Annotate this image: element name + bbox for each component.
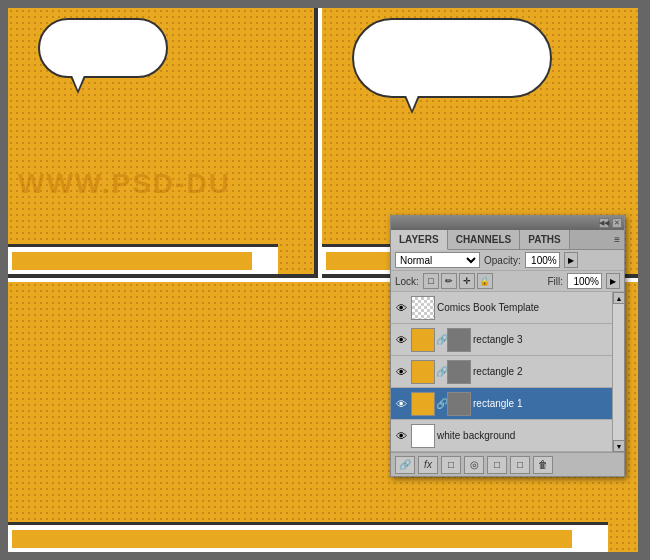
lock-row: Lock: □ ✏ ✛ 🔒 Fill: ▶ <box>391 271 624 292</box>
yellow-stripe-bottom <box>12 530 572 548</box>
layer-item[interactable]: 👁 white background <box>391 420 624 452</box>
layer-thumb-group-rect1: 🔗 <box>411 392 471 416</box>
layer-list-container: 👁 Comics Book Template 👁 🔗 rectangle 3 <box>391 292 624 452</box>
layer-visibility-rect3[interactable]: 👁 <box>393 332 409 348</box>
layer-link-rect2: 🔗 <box>436 366 446 377</box>
layer-name-white: white background <box>437 430 622 441</box>
tab-layers[interactable]: LAYERS <box>391 230 448 250</box>
canvas-area: WWW.PSD-DU ◀◀ ✕ LAYERS CHANNELS PATHS ≡ <box>0 0 650 560</box>
adjustment-btn[interactable]: ◎ <box>464 456 484 474</box>
tab-paths[interactable]: PATHS <box>520 230 569 249</box>
layer-mask-rect2 <box>447 360 471 384</box>
layer-thumb-group-rect2: 🔗 <box>411 360 471 384</box>
scroll-track <box>613 304 624 440</box>
layer-visibility-white[interactable]: 👁 <box>393 428 409 444</box>
layers-panel: ◀◀ ✕ LAYERS CHANNELS PATHS ≡ Normal O <box>390 215 625 477</box>
panel-titlebar: ◀◀ ✕ <box>391 216 624 230</box>
opacity-arrow-btn[interactable]: ▶ <box>564 252 578 268</box>
layer-thumb-rect2 <box>411 360 435 384</box>
fx-btn[interactable]: fx <box>418 456 438 474</box>
lock-label: Lock: <box>395 276 419 287</box>
layer-item[interactable]: 👁 🔗 rectangle 2 <box>391 356 624 388</box>
link-layers-btn[interactable]: 🔗 <box>395 456 415 474</box>
panel-toolbar: 🔗 fx □ ◎ □ □ 🗑 <box>391 452 624 476</box>
scroll-down-btn[interactable]: ▼ <box>613 440 625 452</box>
layer-link-rect1: 🔗 <box>436 398 446 409</box>
layer-name-rect1: rectangle 1 <box>473 398 622 409</box>
layer-name-rect3: rectangle 3 <box>473 334 622 345</box>
panel-menu-btn[interactable]: ≡ <box>614 234 620 245</box>
lock-pixels-btn[interactable]: ✏ <box>441 273 457 289</box>
panel-tabs: LAYERS CHANNELS PATHS ≡ <box>391 230 624 250</box>
layer-visibility-rect2[interactable]: 👁 <box>393 364 409 380</box>
watermark: WWW.PSD-DU <box>18 168 231 200</box>
layer-name-comics: Comics Book Template <box>437 302 622 313</box>
panel-collapse-btn[interactable]: ◀◀ <box>599 218 609 228</box>
scroll-up-btn[interactable]: ▲ <box>613 292 625 304</box>
layer-name-rect2: rectangle 2 <box>473 366 622 377</box>
layer-mask-rect1 <box>447 392 471 416</box>
blend-row: Normal Opacity: ▶ <box>391 250 624 271</box>
layer-thumb-rect1 <box>411 392 435 416</box>
panel-menu-area: ≡ <box>570 230 624 250</box>
tab-channels[interactable]: CHANNELS <box>448 230 521 249</box>
layer-link-rect3: 🔗 <box>436 334 446 345</box>
speech-bubble-top-left <box>38 18 168 78</box>
blend-mode-select[interactable]: Normal <box>395 252 480 268</box>
layer-scrollbar: ▲ ▼ <box>612 292 624 452</box>
opacity-label: Opacity: <box>484 255 521 266</box>
layer-visibility-rect1[interactable]: 👁 <box>393 396 409 412</box>
lock-icons: □ ✏ ✛ 🔒 <box>423 273 493 289</box>
yellow-stripe-tl <box>12 252 252 270</box>
panel-top-left <box>8 8 318 278</box>
opacity-input[interactable] <box>525 252 560 268</box>
layer-list: 👁 Comics Book Template 👁 🔗 rectangle 3 <box>391 292 624 452</box>
layer-item[interactable]: 👁 Comics Book Template <box>391 292 624 324</box>
layer-thumb-white <box>411 424 435 448</box>
layer-thumb-group-white <box>411 424 435 448</box>
panel-close-btn[interactable]: ✕ <box>612 218 622 228</box>
group-btn[interactable]: □ <box>487 456 507 474</box>
fill-input[interactable] <box>567 273 602 289</box>
layer-visibility-comics[interactable]: 👁 <box>393 300 409 316</box>
layer-mask-rect3 <box>447 328 471 352</box>
fill-label: Fill: <box>547 276 563 287</box>
layer-thumb-group-comics <box>411 296 435 320</box>
layer-thumb-comics <box>411 296 435 320</box>
lock-transparent-btn[interactable]: □ <box>423 273 439 289</box>
lock-all-btn[interactable]: 🔒 <box>477 273 493 289</box>
title-buttons: ◀◀ ✕ <box>599 218 622 228</box>
layer-item-selected[interactable]: 👁 🔗 rectangle 1 <box>391 388 624 420</box>
add-mask-btn[interactable]: □ <box>441 456 461 474</box>
delete-layer-btn[interactable]: 🗑 <box>533 456 553 474</box>
new-layer-btn[interactable]: □ <box>510 456 530 474</box>
fill-arrow-btn[interactable]: ▶ <box>606 273 620 289</box>
layer-thumb-group-rect3: 🔗 <box>411 328 471 352</box>
speech-bubble-top-right <box>352 18 552 98</box>
stripe-tl <box>8 244 278 274</box>
lock-position-btn[interactable]: ✛ <box>459 273 475 289</box>
stripe-bottom <box>8 522 608 552</box>
layer-item[interactable]: 👁 🔗 rectangle 3 <box>391 324 624 356</box>
layer-thumb-rect3 <box>411 328 435 352</box>
